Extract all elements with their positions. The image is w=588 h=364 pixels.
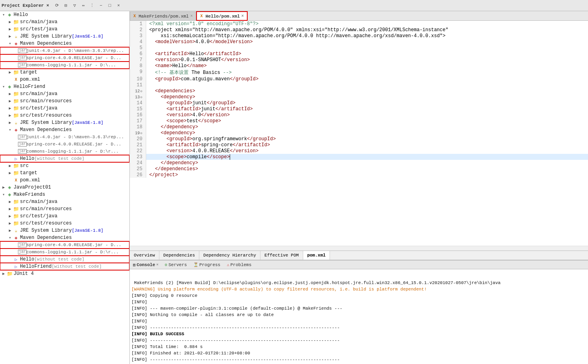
tree-toggle[interactable]: ▶ xyxy=(7,113,13,118)
line-content[interactable]: <artifactId>spring-core</artifactId> xyxy=(146,142,588,148)
line-content[interactable]: <groupId>junit</groupId> xyxy=(146,100,588,106)
tree-toggle[interactable]: ▶ xyxy=(7,20,13,24)
tree-toggle[interactable]: ▶ xyxy=(7,163,13,168)
tree-item-junit4-project[interactable]: ▶📁JUnit 4 xyxy=(0,270,129,277)
line-content[interactable]: <scope>test</scope> xyxy=(146,118,588,124)
tree-toggle[interactable]: ▶ xyxy=(1,185,6,190)
tree-item-hello-src-main[interactable]: ▶📁src/main/java xyxy=(0,18,129,26)
tree-item-hello-src-test[interactable]: ▶📁src/test/java xyxy=(0,26,129,33)
pom-tab-overview[interactable]: Overview xyxy=(130,251,159,260)
tree-item-hf-jre[interactable]: ▶☕JRE System Library [JavaSE-1.8] xyxy=(0,119,129,126)
line-content[interactable]: <dependencies> xyxy=(146,88,588,94)
code-editor[interactable]: 1<?xml version="1.0" encoding="UTF-8"?>2… xyxy=(130,21,588,246)
line-content[interactable] xyxy=(146,45,588,51)
sync-icon[interactable]: ⟳ xyxy=(53,2,61,10)
tree-item-mf-src-main-java[interactable]: ▶📁src/main/java xyxy=(0,198,129,205)
tree-toggle[interactable]: ▾ xyxy=(1,84,6,89)
tree-toggle[interactable]: ▶ xyxy=(7,34,13,39)
tree-item-mf-commons-jar[interactable]: jarcommons-logging-1.1.1.jar - D:\r... xyxy=(0,249,129,256)
line-content[interactable]: <artifactId>junit</artifactId> xyxy=(146,106,588,112)
line-content[interactable]: <version>4.0.0.RELEASE</version> xyxy=(146,148,588,154)
line-content[interactable] xyxy=(146,82,588,88)
maximize-icon[interactable]: □ xyxy=(106,2,114,10)
tree-toggle[interactable]: ▶ xyxy=(7,27,13,32)
tree-toggle[interactable]: ▾ xyxy=(1,192,6,197)
filter-icon[interactable]: ▽ xyxy=(71,2,79,10)
tree-item-mf-hello-run[interactable]: ▷Hello [without test code] xyxy=(0,256,129,263)
editor-hscrollbar[interactable] xyxy=(130,246,588,251)
tree-item-hf-src-test-java[interactable]: ▶📁src/test/java xyxy=(0,105,129,112)
minimize-icon[interactable]: − xyxy=(97,2,105,10)
tree-item-makefriends-project[interactable]: ▾◈MakeFriends xyxy=(0,191,129,198)
tree-toggle[interactable]: ▶ xyxy=(7,221,13,226)
pom-tab-dependencies[interactable]: Dependencies xyxy=(159,251,199,260)
line-content[interactable]: <dependency> xyxy=(146,94,588,100)
tree-item-hellofriend-project[interactable]: ▾◈HelloFriend xyxy=(0,83,129,90)
editor-tab-hello-pom-tab[interactable]: XHello/pom.xml× xyxy=(197,12,247,20)
line-content[interactable]: </dependencies> xyxy=(146,166,588,172)
tree-item-hf-commons-jar[interactable]: jarcommons-logging-1.1.1.jar - D:\r... xyxy=(0,148,129,155)
line-content[interactable]: <modelVersion>4.0.0</modelVersion> xyxy=(146,39,588,45)
link-icon[interactable]: ⇔ xyxy=(79,2,87,10)
tree-item-hello-commons-jar[interactable]: jarcommons-logging-1.1.1.jar - D:\... xyxy=(0,62,129,69)
tree-item-hello-project[interactable]: ▾◈Hello xyxy=(0,11,129,18)
line-content[interactable]: <!-- 基本设置 The Basics --> xyxy=(146,69,588,76)
line-content[interactable]: <scope>compile</scope> xyxy=(146,154,588,160)
tree-item-hello-pom[interactable]: Xpom.xml xyxy=(0,76,129,83)
tree-item-mf-src-test-java[interactable]: ▶📁src/test/java xyxy=(0,213,129,220)
tree-item-mf-jre[interactable]: ▶☕JRE System Library [JavaSE-1.8] xyxy=(0,227,129,234)
tree-item-hello-jre[interactable]: ▶☕JRE System Library [JavaSE-1.8] xyxy=(0,33,129,40)
tab-close-icon[interactable]: × xyxy=(190,14,193,18)
tree-item-hf-maven-deps[interactable]: ▾◈Maven Dependencies xyxy=(0,126,129,133)
tree-item-hf-hello-run[interactable]: ▷Hello [without test code] xyxy=(0,155,129,162)
tree-item-hello-junit-jar[interactable]: jarjunit-4.0.jar - D:\maven-3.6.3\rep... xyxy=(0,47,129,54)
line-content[interactable]: <groupId>org.springframework</groupId> xyxy=(146,136,588,142)
console-tab-console[interactable]: ▤Console × xyxy=(131,262,160,268)
line-content[interactable]: </dependency> xyxy=(146,160,588,166)
tree-toggle[interactable]: ▶ xyxy=(1,271,6,276)
pom-tab-effective-pom[interactable]: Effective POM xyxy=(260,251,303,260)
line-content[interactable]: </project> xyxy=(146,172,588,178)
project-tree[interactable]: ▾◈Hello▶📁src/main/java▶📁src/test/java▶☕J… xyxy=(0,11,129,364)
console-tab-progress[interactable]: ⏳Progress xyxy=(192,262,222,268)
tree-toggle[interactable]: ▾ xyxy=(7,127,13,132)
line-content[interactable]: </dependency> xyxy=(146,124,588,130)
tree-item-hello-spring-jar[interactable]: jarspring-core-4.0.0.RELEASE.jar - D... xyxy=(0,54,129,62)
tree-toggle[interactable]: ▾ xyxy=(7,41,13,46)
tree-item-hf-src-main-java[interactable]: ▶📁src/main/java xyxy=(0,90,129,97)
pom-tab-dependency-hierarchy[interactable]: Dependency Hierarchy xyxy=(199,251,260,260)
tree-item-mf-spring-jar[interactable]: jarspring-core-4.0.0.RELEASE.jar - D... xyxy=(0,241,129,249)
tree-toggle[interactable]: ▾ xyxy=(1,12,6,17)
tree-item-mf-src-main-res[interactable]: ▶📁src/main/resources xyxy=(0,205,129,213)
tree-item-hf-src[interactable]: ▶📁src xyxy=(0,162,129,169)
line-content[interactable]: <version>0.0.1-SNAPSHOT</version> xyxy=(146,57,588,63)
tree-item-mf-hellofriend-run[interactable]: ▷HelloFriend [without test code] xyxy=(0,263,129,270)
tree-item-hf-target[interactable]: ▶📁target xyxy=(0,169,129,177)
tree-toggle[interactable]: ▶ xyxy=(7,171,13,175)
tree-item-mf-src-test-res[interactable]: ▶📁src/test/resources xyxy=(0,220,129,227)
tree-item-hf-src-main-res[interactable]: ▶📁src/main/resources xyxy=(0,97,129,105)
line-content[interactable]: xsi:schemaLocation="http://maven.apache.… xyxy=(146,33,588,39)
tree-item-hf-spring-jar[interactable]: jarspring-core-4.0.0.RELEASE.jar - D... xyxy=(0,141,129,148)
close-panel-icon[interactable]: × xyxy=(115,2,123,10)
tree-toggle[interactable]: ▶ xyxy=(7,106,13,111)
tree-toggle[interactable]: ▶ xyxy=(7,70,13,75)
tree-toggle[interactable]: ▶ xyxy=(7,199,13,204)
console-tab-servers[interactable]: ⚙Servers xyxy=(163,262,189,268)
tree-toggle[interactable]: ▶ xyxy=(7,99,13,103)
console-tab-problems[interactable]: ⚠Problems xyxy=(225,262,253,268)
tab-close-icon[interactable]: × xyxy=(241,14,244,18)
tree-item-hf-junit-jar[interactable]: jarjunit-4.0.jar - D:\maven-3.6.3\rep... xyxy=(0,133,129,141)
line-content[interactable]: <artifactId>Hello</artifactId> xyxy=(146,51,588,57)
tree-toggle[interactable]: ▶ xyxy=(7,120,13,125)
tree-item-java-project[interactable]: ▶◈JavaProject01 xyxy=(0,184,129,191)
tree-item-mf-maven-deps[interactable]: ▾◈Maven Dependencies xyxy=(0,234,129,241)
line-content[interactable]: <name>Hello</name> xyxy=(146,63,588,69)
console-tab-close[interactable]: × xyxy=(156,263,158,267)
collapse-icon[interactable]: ⊟ xyxy=(62,2,70,10)
pom-tab-pom-xml[interactable]: pom.xml xyxy=(303,251,330,260)
line-content[interactable]: <project xmlns="http://maven.apache.org/… xyxy=(146,27,588,33)
tree-toggle[interactable]: ▶ xyxy=(7,207,13,211)
tree-toggle[interactable]: ▶ xyxy=(7,91,13,96)
line-content[interactable]: <?xml version="1.0" encoding="UTF-8"?> xyxy=(146,21,588,27)
